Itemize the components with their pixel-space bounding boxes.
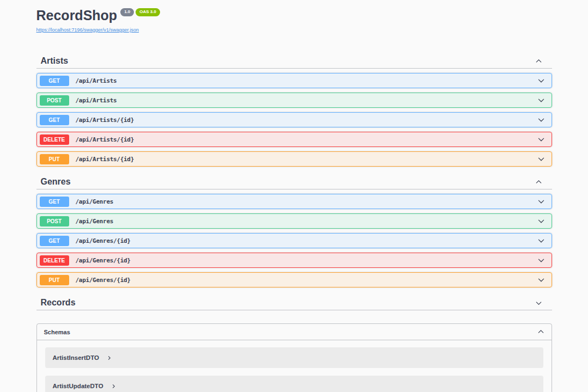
chevron-up-icon xyxy=(535,58,542,65)
chevron-down-icon xyxy=(537,136,545,143)
endpoint-path: /api/Genres/{id} xyxy=(76,277,131,284)
endpoint-path: /api/Artists/{id} xyxy=(76,117,134,124)
method-badge: POST xyxy=(40,95,69,106)
endpoint-row[interactable]: GET /api/Artists/{id} xyxy=(36,112,552,127)
version-badge: 1.0 xyxy=(120,8,134,16)
oas-badge: OAS 3.0 xyxy=(136,8,160,16)
schemas-header[interactable]: Schemas xyxy=(37,324,552,340)
method-badge: GET xyxy=(40,76,69,86)
endpoint-row[interactable]: POST /api/Artists xyxy=(36,93,552,108)
schemas-title: Schemas xyxy=(44,329,70,335)
endpoint-path: /api/Artists/{id} xyxy=(76,136,134,143)
endpoint-path: /api/Genres xyxy=(76,218,114,225)
endpoint-row[interactable]: DELETE /api/Genres/{id} xyxy=(36,253,552,268)
endpoint-row[interactable]: PUT /api/Artists/{id} xyxy=(36,151,552,167)
chevron-down-icon xyxy=(537,155,545,163)
api-info-header: RecordShop1.0OAS 3.0 https://localhost:7… xyxy=(36,0,552,34)
endpoint-path: /api/Artists xyxy=(76,97,117,104)
chevron-right-icon xyxy=(111,384,116,389)
tag-section-title: Artists xyxy=(36,56,69,66)
api-title-text: RecordShop xyxy=(36,8,118,23)
tag-section-records[interactable]: Records xyxy=(36,296,552,310)
method-badge: GET xyxy=(40,115,69,125)
tag-section-title: Records xyxy=(36,298,76,308)
schema-row[interactable]: ArtistUpdateDTO xyxy=(45,376,543,392)
chevron-down-icon xyxy=(537,96,545,104)
tag-section-genres[interactable]: Genres xyxy=(36,175,552,189)
chevron-down-icon xyxy=(537,276,545,284)
chevron-down-icon xyxy=(537,256,545,264)
tag-section-artists[interactable]: Artists xyxy=(36,54,552,69)
endpoint-row[interactable]: GET /api/Genres xyxy=(36,194,552,209)
endpoint-row[interactable]: GET /api/Artists xyxy=(36,73,552,88)
swagger-page: RecordShop1.0OAS 3.0 https://localhost:7… xyxy=(36,0,552,392)
chevron-down-icon xyxy=(537,237,545,244)
method-badge: GET xyxy=(40,197,69,207)
schemas-body: ArtistInsertDTO ArtistUpdateDTO xyxy=(37,340,552,392)
api-title: RecordShop1.0OAS 3.0 xyxy=(36,8,552,23)
schema-name: ArtistInsertDTO xyxy=(53,354,99,361)
chevron-up-icon xyxy=(535,179,542,186)
chevron-down-icon xyxy=(535,299,542,307)
chevron-right-icon xyxy=(107,356,112,360)
endpoint-row[interactable]: GET /api/Genres/{id} xyxy=(36,233,552,248)
endpoint-path: /api/Genres xyxy=(76,198,114,205)
schema-name: ArtistUpdateDTO xyxy=(53,383,103,389)
method-badge: POST xyxy=(40,216,69,226)
method-badge: DELETE xyxy=(40,134,69,145)
method-badge: DELETE xyxy=(40,255,69,266)
chevron-down-icon xyxy=(537,77,545,84)
method-badge: PUT xyxy=(40,154,69,164)
chevron-down-icon xyxy=(537,217,545,225)
endpoint-row[interactable]: POST /api/Genres xyxy=(36,213,552,229)
endpoint-path: /api/Genres/{id} xyxy=(76,257,131,264)
schema-row[interactable]: ArtistInsertDTO xyxy=(45,347,543,368)
endpoint-row[interactable]: PUT /api/Genres/{id} xyxy=(36,272,552,287)
endpoint-path: /api/Genres/{id} xyxy=(76,237,131,244)
endpoint-path: /api/Artists/{id} xyxy=(76,156,134,163)
spec-url-link[interactable]: https://localhost:7196/swagger/v1/swagge… xyxy=(36,27,139,33)
endpoint-row[interactable]: DELETE /api/Artists/{id} xyxy=(36,132,552,147)
method-badge: PUT xyxy=(40,275,69,285)
endpoint-path: /api/Artists xyxy=(76,77,117,84)
tag-section-title: Genres xyxy=(36,177,71,187)
chevron-down-icon xyxy=(537,116,545,124)
method-badge: GET xyxy=(40,236,69,246)
schemas-section: Schemas ArtistInsertDTO ArtistUpdateDTO xyxy=(36,323,552,392)
chevron-down-icon xyxy=(537,198,545,205)
chevron-up-icon xyxy=(537,328,544,335)
